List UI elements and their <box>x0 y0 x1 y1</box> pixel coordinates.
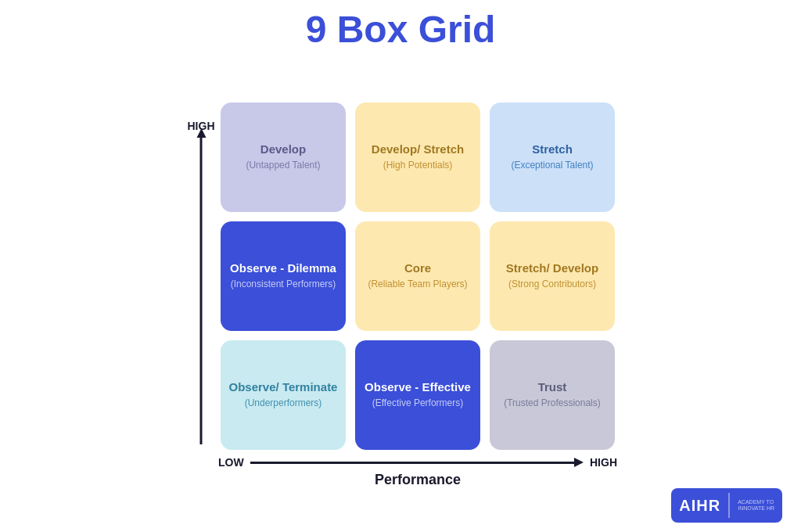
cell-sub-stretch: (Exceptional Talent) <box>511 160 593 172</box>
page-title: 9 Box Grid <box>306 8 496 51</box>
cell-sub-develop-stretch: (High Potentials) <box>383 160 453 172</box>
cell-title-stretch: Stretch <box>532 142 573 156</box>
cell-title-observe-effective: Observe - Effective <box>365 380 471 394</box>
x-axis-label: Performance <box>375 472 461 488</box>
cell-observe-dilemma: Observe - Dilemma(Inconsistent Performer… <box>221 221 346 331</box>
grid-and-x-container: Develop(Untapped Talent)Develop/ Stretch… <box>218 102 617 488</box>
aihr-tagline: ACADEMY TO INNOVATE HR <box>738 499 774 512</box>
cell-sub-develop: (Untapped Talent) <box>246 160 320 172</box>
aihr-logo-text: AIHR <box>679 498 720 513</box>
cell-observe-terminate: Observe/ Terminate(Underperformers) <box>221 340 346 450</box>
x-axis-container: LOW HIGH Performance <box>218 456 617 488</box>
x-axis-line <box>250 462 577 464</box>
cell-sub-observe-dilemma: (Inconsistent Performers) <box>231 279 336 291</box>
cell-sub-trust: (Trusted Professionals) <box>504 397 601 410</box>
aihr-badge: AIHR ACADEMY TO INNOVATE HR <box>671 488 782 523</box>
cell-core: Core(Reliable Team Players) <box>355 221 480 331</box>
chart-area: Potential HIGH Develop(Untapped Talent)D… <box>0 59 801 532</box>
cell-sub-observe-effective: (Effective Performers) <box>372 397 463 410</box>
aihr-main-text: AIHR <box>679 498 720 513</box>
cell-title-observe-dilemma: Observe - Dilemma <box>230 261 336 275</box>
cell-develop: Develop(Untapped Talent) <box>221 102 346 212</box>
cell-title-stretch-develop: Stretch/ Develop <box>506 261 598 275</box>
nine-box-grid: Develop(Untapped Talent)Develop/ Stretch… <box>221 102 615 450</box>
page-container: 9 Box Grid Potential HIGH Develop(Untapp… <box>0 0 801 532</box>
cell-title-core: Core <box>404 261 431 275</box>
cell-title-observe-terminate: Observe/ Terminate <box>229 380 338 394</box>
cell-sub-stretch-develop: (Strong Contributors) <box>508 279 596 291</box>
cell-stretch: Stretch(Exceptional Talent) <box>490 102 615 212</box>
cell-stretch-develop: Stretch/ Develop(Strong Contributors) <box>490 221 615 331</box>
cell-title-develop: Develop <box>260 142 306 156</box>
aihr-sub1: ACADEMY TO <box>738 499 774 505</box>
aihr-sub2: INNOVATE HR <box>738 505 774 512</box>
y-axis-line <box>200 135 203 444</box>
cell-title-trust: Trust <box>538 380 567 394</box>
cell-trust: Trust(Trusted Professionals) <box>490 340 615 450</box>
cell-sub-observe-terminate: (Underperformers) <box>245 397 322 410</box>
x-low-label: LOW <box>218 456 244 469</box>
aihr-divider <box>728 493 730 518</box>
cell-title-develop-stretch: Develop/ Stretch <box>372 142 464 156</box>
cell-develop-stretch: Develop/ Stretch(High Potentials) <box>355 102 480 212</box>
x-high-label: HIGH <box>590 456 617 469</box>
cell-observe-effective: Observe - Effective(Effective Performers… <box>355 340 480 450</box>
cell-sub-core: (Reliable Team Players) <box>368 279 467 291</box>
